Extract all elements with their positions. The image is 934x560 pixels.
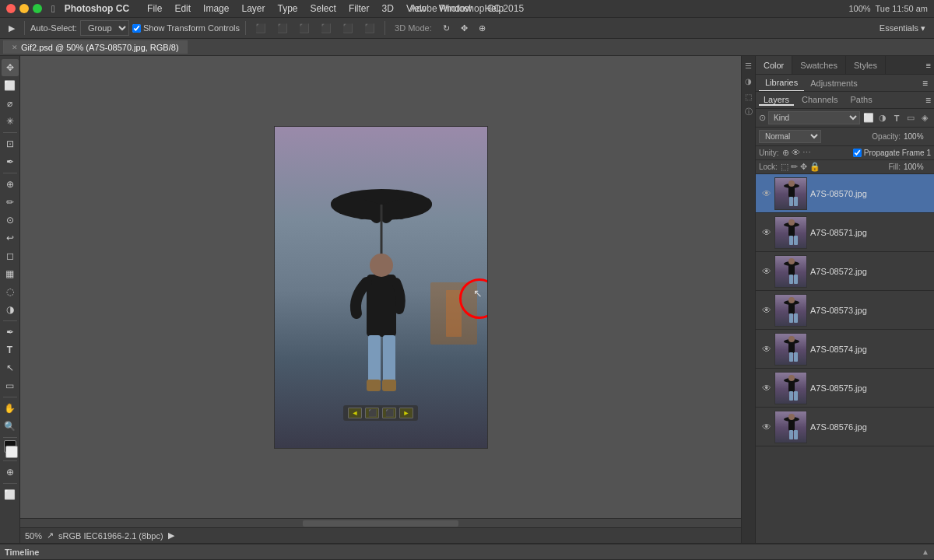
align-center-icon[interactable]: ⬛ [273,22,292,35]
menu-layer[interactable]: Layer [236,0,270,17]
marquee-tool[interactable]: ⬜ [2,77,19,94]
filter-adjustment-btn[interactable]: ◑ [876,112,889,124]
layer-item[interactable]: 👁 A7S-08571.jpg [756,213,934,252]
tab-close-icon[interactable]: ✕ [12,44,18,51]
layer-item[interactable]: 👁 A7S-08574.jpg [756,330,934,369]
filter-type-btn[interactable]: T [890,112,903,124]
adjustments-icon[interactable]: ◑ [743,75,755,87]
layer-item[interactable]: 👁 A7S-08572.jpg [756,252,934,291]
lock-transparent-btn[interactable]: ⬚ [781,162,788,172]
essentials-label[interactable]: Essentials ▾ [876,22,929,35]
layer-item[interactable]: 👁 A7S-08575.jpg [756,369,934,408]
clone-stamp-tool[interactable]: ⊙ [2,212,19,229]
filter-type-select[interactable]: KindNameEffect [768,111,860,124]
eraser-tool[interactable]: ◻ [2,247,19,264]
unity-pos-icon[interactable]: ⊕ [782,148,789,158]
tab-paths[interactable]: Paths [846,95,877,104]
3d-rotate-icon[interactable]: ↻ [439,22,454,35]
tab-adjustments[interactable]: Adjustments [804,75,864,91]
gradient-tool[interactable]: ▦ [2,265,19,282]
tab-swatches[interactable]: Swatches [792,56,846,74]
menu-3d[interactable]: 3D [377,0,399,17]
fill-value[interactable]: 100% [904,163,931,171]
magic-wand-tool[interactable]: ✳ [2,113,19,130]
nav-btn-3[interactable]: ⬛ [382,408,396,418]
spot-heal-tool[interactable]: ⊕ [2,176,19,193]
propagate-checkbox[interactable] [853,149,862,157]
close-button[interactable] [6,4,16,13]
layer-visibility-icon[interactable]: 👁 [762,188,771,199]
panel-menu-btn[interactable]: ≡ [923,56,934,74]
toolbar-expand[interactable]: ▶ [5,22,19,35]
nav-btn-1[interactable]: ◄ [348,408,362,418]
layer-item[interactable]: 👁 A7S-08570.jpg [756,174,934,213]
menu-image[interactable]: Image [198,0,234,17]
nav-btn-2[interactable]: ⬛ [365,408,379,418]
blend-mode-select[interactable]: NormalMultiplyScreen [759,130,821,143]
document-tab[interactable]: ✕ Gif2.psd @ 50% (A7S-08570.jpg, RGB/8) [3,40,188,54]
export-icon[interactable]: ↗ [47,530,54,541]
play-btn[interactable]: ▶ [168,530,174,541]
move-tool[interactable]: ✥ [2,59,19,76]
timeline-collapse-btn[interactable]: ▲ [922,548,929,556]
zoom-tool[interactable]: 🔍 [2,418,19,435]
shape-tool[interactable]: ▭ [2,377,19,394]
history-brush-tool[interactable]: ↩ [2,229,19,247]
maximize-button[interactable] [33,4,42,13]
pen-tool[interactable]: ✒ [2,324,19,341]
path-select-tool[interactable]: ↖ [2,359,19,376]
filter-smart-btn[interactable]: ◈ [918,112,931,124]
libraries-icon[interactable]: ☰ [743,59,755,72]
transform-checkbox[interactable] [132,24,141,33]
lock-all-btn[interactable]: 🔒 [809,162,820,172]
nav-btn-4[interactable]: ► [399,408,413,418]
autoselect-select[interactable]: GroupLayer [80,20,129,36]
dodge-tool[interactable]: ◑ [2,301,19,318]
layer-visibility-icon[interactable]: 👁 [762,227,771,238]
menu-edit[interactable]: Edit [169,0,196,17]
type-tool[interactable]: T [2,341,19,359]
crop-tool[interactable]: ⊡ [2,135,19,152]
quick-mask-tool[interactable]: ⊕ [2,464,19,481]
scrollbar-thumb[interactable] [303,520,458,527]
layer-item[interactable]: 👁 A7S-08576.jpg [756,408,934,446]
filter-pixel-btn[interactable]: ⬜ [862,112,875,124]
eyedropper-tool[interactable]: ✒ [2,153,19,170]
layer-visibility-icon[interactable]: 👁 [762,383,771,394]
layer-item[interactable]: 👁 A7S-08573.jpg [756,291,934,330]
lock-pixels-btn[interactable]: ✏ [791,162,798,172]
unity-style-icon[interactable]: ⋯ [802,148,811,158]
info-icon[interactable]: ⓘ [743,106,755,118]
hand-tool[interactable]: ✋ [2,400,19,417]
align-top-icon[interactable]: ⬛ [317,22,335,35]
transform-check-label[interactable]: Show Transform Controls [132,23,240,33]
screen-mode-tool[interactable]: ⬜ [2,486,19,503]
menu-type[interactable]: Type [272,0,304,17]
unity-vis-icon[interactable]: 👁 [792,148,800,158]
filter-shape-btn[interactable]: ▭ [904,112,917,124]
layer-visibility-icon[interactable]: 👁 [762,305,771,316]
background-color[interactable] [5,446,18,458]
opacity-value[interactable]: 100% [904,132,931,141]
tab-layers[interactable]: Layers [759,95,794,106]
menu-select[interactable]: Select [305,0,342,17]
lasso-tool[interactable]: ⌀ [2,95,19,112]
menu-filter[interactable]: Filter [343,0,375,17]
menu-file[interactable]: File [142,0,167,17]
tab-color[interactable]: Color [756,56,792,74]
align-left-icon[interactable]: ⬛ [251,22,270,35]
layers-icon[interactable]: ⬚ [743,90,755,103]
window-controls[interactable] [6,4,42,13]
layer-visibility-icon[interactable]: 👁 [762,266,771,277]
propagate-check[interactable]: Propagate Frame 1 [853,149,931,157]
layers-menu-btn[interactable]: ≡ [925,95,931,106]
canvas-scroll[interactable]: ◄ ⬛ ⬛ ► ↖ [20,56,741,518]
3d-zoom-icon[interactable]: ⊕ [475,22,490,35]
align-right-icon[interactable]: ⬛ [295,22,314,35]
libraries-menu-btn[interactable]: ≡ [919,78,931,89]
3d-pan-icon[interactable]: ✥ [457,22,472,35]
lock-position-btn[interactable]: ✥ [800,162,807,172]
tab-channels[interactable]: Channels [797,95,842,104]
layer-visibility-icon[interactable]: 👁 [762,422,771,432]
align-middle-icon[interactable]: ⬛ [339,22,357,35]
